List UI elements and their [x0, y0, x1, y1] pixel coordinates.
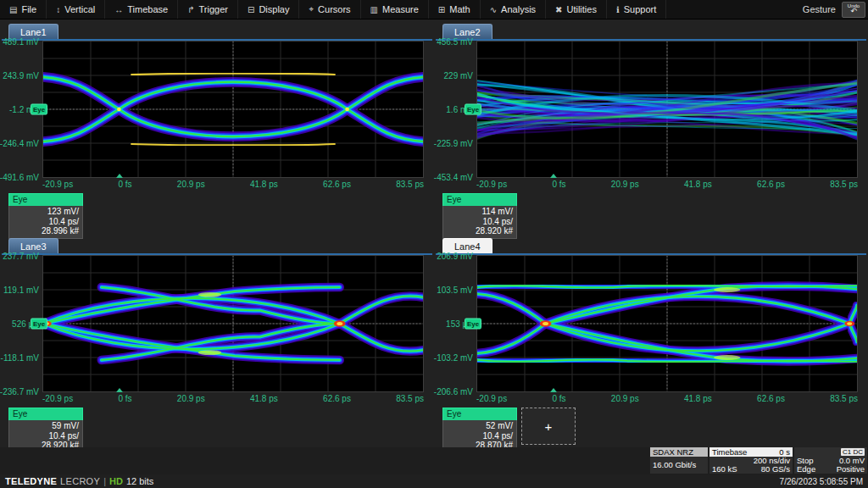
y-axis-tick: 237.7 mV: [3, 252, 39, 261]
menu-trigger[interactable]: ↱Trigger: [178, 0, 238, 19]
x-axis-tick: 0 fs: [552, 394, 565, 403]
y-axis-tick: -103.2 mV: [434, 353, 473, 363]
menubar-items: ▤File↕Vertical↔Timebase↱Trigger⊟Display⌖…: [0, 0, 666, 19]
lane4-eye-info-box[interactable]: Eye 52 mV/ 10.4 ps/ 28.870 k#: [442, 408, 517, 453]
menu-vertical[interactable]: ↕Vertical: [47, 0, 105, 19]
lane4-eye-diagram: [477, 256, 857, 391]
x-axis-tick: 0 fs: [118, 394, 131, 403]
x-axis-tick: -20.9 ps: [476, 394, 507, 403]
lane1-eye-diagram: [43, 42, 423, 177]
lane2-x-axis: -20.9 ps 0 fs 20.9 ps 41.8 ps 62.6 ps 83…: [476, 178, 858, 191]
timebase-samples: 160 kS: [712, 465, 737, 474]
menu-timebase[interactable]: ↔Timebase: [105, 0, 178, 19]
undo-arrow-icon: ↶: [850, 8, 857, 15]
y-axis-tick: -236.7 mV: [0, 387, 39, 396]
menu-item-label: Vertical: [64, 4, 95, 14]
y-axis-tick: 243.9 mV: [3, 71, 39, 80]
x-axis-tick: -20.9 ps: [476, 180, 507, 189]
add-measurement-button[interactable]: +: [521, 408, 576, 445]
trigger-position-marker: [550, 170, 557, 178]
lane2-eye-badge: Eye: [465, 104, 481, 115]
lane3-eye-info-box[interactable]: Eye 59 mV/ 10.4 ps/ 28.920 k#: [8, 408, 83, 453]
menu-utilities[interactable]: ✖Utilities: [546, 0, 607, 19]
menubar: ▤File↕Vertical↔Timebase↱Trigger⊟Display⌖…: [0, 0, 868, 19]
x-axis-tick: 20.9 ps: [177, 394, 205, 403]
menu-item-label: Measure: [382, 4, 419, 14]
x-axis-tick: 20.9 ps: [611, 180, 639, 189]
timebase-title: Timebase: [712, 447, 747, 457]
lane4-eye-badge: Eye: [465, 319, 481, 330]
menu-math[interactable]: ⊞Math: [429, 0, 481, 19]
x-axis-tick: 0 fs: [552, 180, 565, 189]
menu-item-label: Trigger: [199, 4, 228, 14]
x-axis-tick: 41.8 ps: [684, 394, 712, 403]
y-axis-tick: -225.9 mV: [434, 139, 473, 148]
hd-mode-label: HD: [109, 476, 123, 486]
lane1-x-axis: -20.9 ps 0 fs 20.9 ps 41.8 ps 62.6 ps 83…: [42, 178, 424, 191]
menu-item-label: File: [21, 4, 36, 14]
eye-amplitude: 123 mV/: [13, 207, 79, 217]
lane4-tabrow: Lane4: [436, 233, 866, 255]
y-axis-tick: 103.5 mV: [437, 286, 473, 295]
menu-measure[interactable]: ▥Measure: [361, 0, 429, 19]
x-axis-tick: 62.6 ps: [757, 394, 785, 403]
y-axis-tick: 206.9 mV: [437, 252, 473, 261]
y-axis-tick: -453.4 mV: [434, 173, 473, 182]
lane3-x-axis: -20.9 ps 0 fs 20.9 ps 41.8 ps 62.6 ps 83…: [42, 392, 424, 405]
eye-info-title: Eye: [442, 193, 517, 206]
menu-file[interactable]: ▤File: [0, 0, 47, 19]
lane2-plot[interactable]: 456.5 mV 229 mV 1.6 mV -225.9 mV -453.4 …: [476, 41, 858, 178]
menu-support[interactable]: ℹSupport: [607, 0, 666, 19]
timebase-rate: 80 GS/s: [761, 465, 790, 474]
x-axis-tick: 20.9 ps: [177, 180, 205, 189]
lane1-eye-info-box[interactable]: Eye 123 mV/ 10.4 ps/ 28.996 k#: [8, 193, 83, 239]
lane3-panel: Lane3 237.7 mV 119.1 mV 526 µV -118.1 mV…: [2, 233, 432, 447]
eye-timebase: 10.4 ps/: [13, 217, 79, 227]
menu-item-label: Timebase: [127, 4, 168, 14]
menu-item-label: Support: [624, 4, 657, 14]
undo-button[interactable]: Undo ↶: [842, 2, 865, 18]
file-icon: ▤: [9, 5, 17, 14]
brand-lecroy: LECROY: [60, 476, 100, 486]
eye-amplitude: 114 mV/: [447, 207, 513, 217]
analysis-icon: ∿: [490, 5, 497, 14]
menu-display[interactable]: ⊟Display: [238, 0, 299, 19]
sdax-bitrate: 16.00 Gbit/s: [653, 461, 696, 469]
lane4-plot[interactable]: 206.9 mV 103.5 mV 153 µV -103.2 mV -206.…: [476, 255, 858, 392]
trigger-source-badge: C1 DC: [841, 448, 865, 456]
gesture-label: Gesture: [803, 4, 836, 14]
sdax-descriptor-box[interactable]: SDAX NRZ 16.00 Gbit/s: [650, 447, 708, 474]
math-icon: ⊞: [438, 5, 445, 14]
trigger-kind: Edge: [797, 465, 815, 474]
trigger-position-marker: [116, 170, 123, 178]
timebase-icon: ↔: [114, 5, 123, 14]
y-axis-tick: -246.4 mV: [0, 139, 39, 148]
x-axis-tick: 62.6 ps: [323, 180, 351, 189]
lane2-eye-info-box[interactable]: Eye 114 mV/ 10.4 ps/ 28.920 k#: [442, 193, 517, 239]
x-axis-tick: 41.8 ps: [684, 180, 712, 189]
timebase-descriptor-box[interactable]: Timebase 0 s 200 ns/div 160 kS 80 GS/s: [709, 447, 793, 474]
y-axis-tick: 489.1 mV: [3, 37, 39, 47]
vertical-icon: ↕: [56, 5, 60, 14]
lane1-plot[interactable]: 489.1 mV 243.9 mV -1.2 mV -246.4 mV -491…: [42, 41, 424, 178]
grid-display-area: Lane1 489.1 mV 243.9 mV -1.2 mV -246.4 m…: [0, 19, 868, 447]
cursors-icon: ⌖: [309, 4, 314, 14]
lane1-tabrow: Lane1: [2, 19, 432, 41]
lane3-eye-diagram: [43, 256, 423, 391]
y-axis-tick: 456.5 mV: [437, 37, 473, 47]
menu-cursors[interactable]: ⌖Cursors: [299, 0, 360, 19]
y-axis-tick: 119.1 mV: [3, 286, 39, 295]
lane3-tabrow: Lane3: [2, 233, 432, 255]
x-axis-tick: 41.8 ps: [250, 394, 278, 403]
lane3-plot[interactable]: 237.7 mV 119.1 mV 526 µV -118.1 mV -236.…: [42, 255, 424, 392]
eye-timebase: 10.4 ps/: [447, 431, 513, 441]
trigger-descriptor-box[interactable]: C1 DC Stop 0.0 mV Edge Positive: [794, 447, 867, 474]
menu-item-label: Display: [259, 4, 289, 14]
x-axis-tick: 83.5 ps: [830, 180, 858, 189]
x-axis-tick: 83.5 ps: [830, 394, 858, 403]
y-axis-tick: -491.6 mV: [0, 173, 39, 182]
lane2-tabrow: Lane2: [436, 19, 866, 41]
menu-analysis[interactable]: ∿Analysis: [481, 0, 546, 19]
y-axis-tick: -118.1 mV: [1, 353, 39, 363]
lane2-eye-diagram: [477, 42, 857, 177]
